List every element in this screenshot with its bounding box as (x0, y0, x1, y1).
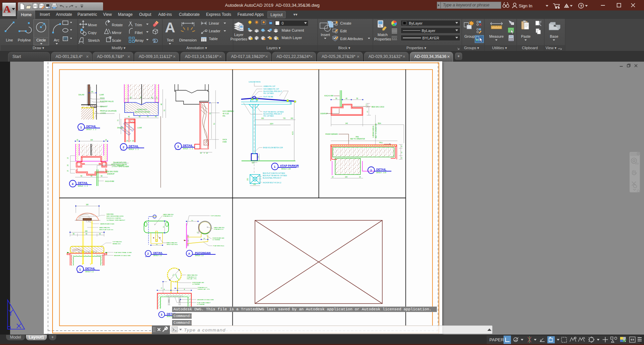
svg-text:10: 10 (401, 157, 402, 159)
svg-text:DF-006: DF-006 (121, 149, 126, 151)
svg-text:Modify ▾: Modify ▾ (112, 46, 126, 50)
svg-text:A: A (165, 20, 175, 35)
svg-text:BASE KOLOM BETON COR: BASE KOLOM BETON COR (263, 147, 283, 149)
svg-text:40: 40 (128, 116, 130, 118)
svg-text:20: 20 (206, 152, 208, 154)
svg-text:20: 20 (67, 164, 69, 166)
svg-text:PAPER: PAPER (489, 337, 504, 342)
svg-text:DI TEMPAT: DI TEMPAT (213, 239, 220, 241)
svg-text:DISKRUP: DISKRUP (320, 113, 328, 115)
svg-text:KAYU MERBAU: KAYU MERBAU (223, 111, 234, 112)
svg-text:ANCHOR BOLT 4X DIA 12: ANCHOR BOLT 4X DIA 12 (263, 182, 281, 184)
svg-text:PAN: PAN (356, 136, 359, 138)
svg-text:DETAIL: DETAIL (129, 145, 139, 148)
svg-text:800: 800 (291, 118, 293, 119)
svg-text:ByLayer: ByLayer (422, 29, 436, 33)
svg-text:LUAR: LUAR (99, 94, 104, 96)
svg-text:Polyline: Polyline (18, 38, 31, 42)
svg-text:KACA 8 MM: KACA 8 MM (105, 181, 114, 182)
svg-text:CANS BETAFON: CANS BETAFON (249, 81, 260, 83)
svg-text:Rotate: Rotate (112, 23, 123, 27)
svg-text:10: 10 (140, 97, 142, 98)
svg-text:Type a command: Type a command (184, 327, 226, 333)
svg-text:Measure: Measure (489, 34, 504, 38)
svg-text:50: 50 (335, 98, 337, 99)
svg-text:TOP RAILING: TOP RAILING (112, 241, 122, 243)
svg-text:KAYU BENGKIRAI 40X80: KAYU BENGKIRAI 40X80 (106, 215, 124, 217)
svg-text:BESI PLAT 8mm: BESI PLAT 8mm (167, 244, 178, 245)
svg-text:40: 40 (366, 111, 368, 113)
svg-text:A: A (184, 288, 185, 290)
svg-text:Groups ▾: Groups ▾ (464, 46, 479, 50)
svg-text:40: 40 (91, 91, 93, 93)
svg-text:800: 800 (261, 118, 264, 119)
svg-text:DI TEMPAT: DI TEMPAT (192, 283, 200, 285)
svg-text:Edit Attributes: Edit Attributes (340, 37, 363, 41)
svg-text:SKALA 1:2: SKALA 1:2 (153, 255, 162, 256)
svg-text:55: 55 (99, 233, 101, 235)
svg-text:Copy: Copy (88, 31, 97, 35)
svg-text:SKALA 1:20: SKALA 1:20 (281, 168, 291, 170)
svg-text:BLACKSTEEL PIPE DIA 4": BLACKSTEEL PIPE DIA 4" (263, 113, 282, 115)
svg-text:A: A (164, 288, 165, 290)
svg-text:16: 16 (67, 157, 69, 159)
svg-text:BESI PLAT 8 MM FIN CAT BESI: BESI PLAT 8 MM FIN CAT BESI (263, 172, 285, 174)
svg-text:150: 150 (85, 230, 88, 232)
svg-text:SAMBUNGAN DILAS: SAMBUNGAN DILAS (100, 223, 114, 225)
svg-text:Create: Create (340, 21, 351, 25)
svg-text:BSA: BSA (378, 123, 381, 124)
svg-text:4150: 4150 (292, 131, 294, 135)
svg-text:(DAUN KAYU 60/150): (DAUN KAYU 60/150) (135, 111, 150, 113)
svg-text:POTONGAN: POTONGAN (195, 251, 211, 254)
svg-text:View ▾ ⌄: View ▾ ⌄ (546, 46, 561, 50)
svg-text:15: 15 (365, 104, 367, 106)
svg-text:100: 100 (90, 139, 93, 141)
svg-text:DI TEMPAT: DI TEMPAT (197, 304, 205, 305)
svg-text:REF TO OPERATOR: REF TO OPERATOR (350, 138, 365, 140)
svg-text:Fillet: Fillet (135, 31, 142, 35)
svg-text:4: 4 (72, 182, 73, 186)
svg-text:45: 45 (161, 103, 162, 105)
svg-text:KACA 6 MM: KACA 6 MM (324, 95, 333, 97)
svg-text:50: 50 (191, 220, 193, 221)
svg-text:250: 250 (247, 178, 249, 181)
svg-text:50: 50 (401, 152, 402, 153)
svg-text:SKALA 1 : 2: SKALA 1 : 2 (129, 149, 139, 150)
svg-text:30: 30 (203, 238, 205, 239)
svg-text:70: 70 (117, 119, 119, 121)
svg-text:160: 160 (86, 204, 89, 206)
svg-text:70: 70 (147, 116, 149, 118)
svg-text:BLACKSTEEL PIPE DIA 2": BLACKSTEEL PIPE DIA 2" (263, 91, 282, 92)
svg-text:Base: Base (550, 34, 558, 38)
svg-text:140: 140 (345, 123, 348, 124)
svg-text:BESI PLAT T/B MM FIN. CAT BESI: BESI PLAT T/B MM FIN. CAT BESI (263, 175, 287, 177)
svg-text:Group: Group (464, 34, 475, 38)
svg-text:20: 20 (126, 140, 128, 142)
svg-text:50: 50 (156, 244, 158, 245)
svg-text:Scale: Scale (112, 38, 121, 42)
svg-text:Clipboard: Clipboard (522, 46, 538, 50)
svg-text:SKALA: SKALA (167, 316, 172, 317)
svg-text:4.5': 4.5' (172, 273, 175, 276)
svg-text:'ULTRALAC' WRN WALNUT: 'ULTRALAC' WRN WALNUT (106, 219, 125, 221)
svg-text:FINISH KERAMIK: FINISH KERAMIK (325, 133, 338, 135)
svg-text:KACA: KACA (100, 97, 105, 99)
svg-text:Array: Array (135, 38, 144, 42)
svg-text:SKALA 1:20: SKALA 1:20 (376, 172, 386, 174)
svg-text:BESI SIKU 50/50: BESI SIKU 50/50 (105, 171, 118, 172)
svg-text:DETAIL: DETAIL (153, 251, 163, 254)
svg-text:40: 40 (155, 116, 157, 118)
svg-text:Layers ▾: Layers ▾ (266, 46, 281, 50)
svg-text:15: 15 (130, 97, 132, 98)
svg-text:40: 40 (346, 98, 348, 99)
svg-text:1: 1 (80, 126, 82, 129)
svg-text:A: A (188, 252, 190, 255)
svg-text:1824: 1824 (270, 123, 273, 125)
svg-text:2: 2 (370, 169, 372, 172)
svg-text:AD-012: AD-012 (145, 256, 150, 257)
svg-text:Leader: Leader (209, 29, 221, 33)
svg-text:SEALANT: SEALANT (100, 106, 107, 107)
svg-text:3: 3 (161, 313, 162, 316)
svg-text:ANGKER 2X DIA 12 MM: ANGKER 2X DIA 12 MM (197, 299, 214, 301)
svg-text:45: 45 (151, 97, 153, 98)
